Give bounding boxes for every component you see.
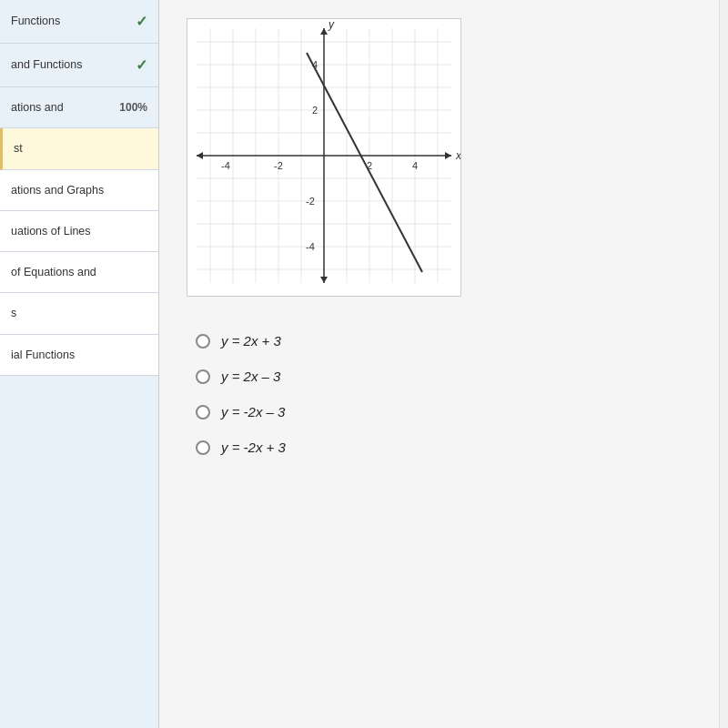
sidebar-item-label: ations and bbox=[11, 100, 64, 115]
svg-text:2: 2 bbox=[312, 105, 318, 116]
sidebar-item-label: st bbox=[14, 141, 23, 156]
answer-option-3[interactable]: y = -2x – 3 bbox=[196, 404, 286, 420]
sidebar-item-equations-graphs[interactable]: ations and Graphs bbox=[0, 170, 158, 211]
answer-text-2: y = 2x – 3 bbox=[221, 369, 280, 384]
svg-text:-2: -2 bbox=[274, 160, 283, 171]
svg-text:-4: -4 bbox=[306, 241, 315, 252]
radio-button-1[interactable] bbox=[196, 334, 210, 349]
percent-badge: 100% bbox=[119, 101, 147, 114]
coordinate-graph: x y -4 -2 2 4 4 2 -2 -4 bbox=[187, 19, 460, 292]
sidebar-item-label: ial Functions bbox=[11, 348, 75, 362]
svg-text:y: y bbox=[328, 19, 335, 31]
sidebar-item-s[interactable]: s bbox=[0, 293, 158, 334]
answer-text-1: y = 2x + 3 bbox=[221, 333, 281, 349]
radio-button-2[interactable] bbox=[196, 369, 210, 384]
answer-text-4: y = -2x + 3 bbox=[221, 440, 286, 455]
graph-container: x y -4 -2 2 4 4 2 -2 -4 bbox=[187, 18, 461, 297]
radio-button-4[interactable] bbox=[196, 440, 210, 455]
sidebar-item-label: and Functions bbox=[11, 57, 83, 72]
sidebar-item-functions[interactable]: Functions ✓ bbox=[0, 0, 158, 44]
sidebar-item-ial-functions[interactable]: ial Functions bbox=[0, 335, 158, 376]
svg-text:x: x bbox=[455, 149, 460, 162]
main-content: x y -4 -2 2 4 4 2 -2 -4 y bbox=[159, 0, 719, 728]
right-edge bbox=[719, 0, 728, 728]
sidebar-item-relations[interactable]: and Functions ✓ bbox=[0, 44, 158, 87]
sidebar-item-equations-lines[interactable]: uations of Lines bbox=[0, 211, 158, 252]
answer-option-4[interactable]: y = -2x + 3 bbox=[196, 440, 286, 455]
check-icon: ✓ bbox=[136, 56, 147, 74]
radio-button-3[interactable] bbox=[196, 405, 210, 420]
sidebar-item-systems[interactable]: of Equations and bbox=[0, 252, 158, 293]
sidebar-item-label: of Equations and bbox=[11, 265, 96, 279]
sidebar-item-label: Functions bbox=[11, 14, 60, 28]
sidebar-item-label: uations of Lines bbox=[11, 224, 91, 238]
answer-choices: y = 2x + 3 y = 2x – 3 y = -2x – 3 y = -2… bbox=[187, 333, 286, 455]
answer-option-1[interactable]: y = 2x + 3 bbox=[196, 333, 286, 349]
answer-text-3: y = -2x – 3 bbox=[221, 404, 285, 420]
svg-text:-4: -4 bbox=[221, 160, 230, 171]
svg-text:-2: -2 bbox=[306, 196, 315, 207]
sidebar-item-equations[interactable]: ations and 100% bbox=[0, 87, 158, 128]
sidebar-item-test[interactable]: st bbox=[0, 128, 158, 169]
answer-option-2[interactable]: y = 2x – 3 bbox=[196, 369, 286, 384]
sidebar-item-label: s bbox=[11, 306, 16, 320]
svg-text:4: 4 bbox=[412, 160, 418, 171]
sidebar: Functions ✓ and Functions ✓ ations and 1… bbox=[0, 0, 159, 728]
sidebar-item-label: ations and Graphs bbox=[11, 183, 104, 197]
check-icon: ✓ bbox=[136, 13, 147, 30]
